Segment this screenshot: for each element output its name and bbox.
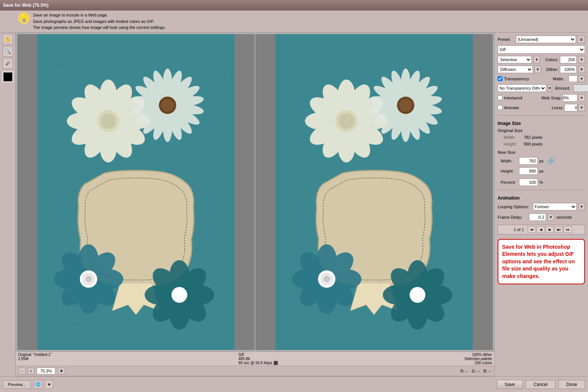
save-button[interactable]: Save — [497, 380, 523, 389]
cancel-button[interactable]: Cancel — [526, 380, 555, 389]
zoom-minus-button[interactable]: − — [19, 368, 26, 374]
info-line3: The image preview shows how image will l… — [33, 24, 166, 31]
gif-info: GIF 485.8K 89 sec @ 56.6 Kbps ⬛ — [238, 353, 278, 365]
matte-dropdown[interactable]: ▼ — [578, 75, 585, 82]
frame-delay-input[interactable] — [529, 213, 546, 221]
main-window: Save for Web (75.3%) 💡 Save an image to … — [0, 0, 588, 392]
frame-delay-dropdown[interactable]: ▼ — [548, 213, 554, 221]
amount-input[interactable] — [573, 84, 588, 92]
lossy-dropdown[interactable]: ▼ — [578, 104, 585, 111]
no-transp-dither-row: No Transparency Dither ▼ Amount: ▼ — [498, 84, 585, 92]
original-size-title: Original Size — [498, 128, 585, 133]
frame-delay-unit: seconds — [556, 215, 572, 219]
browser-icon[interactable]: 🌐 — [34, 380, 43, 389]
gif-palette: Selective palette — [465, 357, 492, 361]
web-snap-dropdown[interactable]: ▼ — [578, 94, 585, 102]
next-frame-button[interactable]: ▶| — [555, 226, 563, 233]
dither-select[interactable]: Diffusion — [498, 66, 533, 73]
looping-dropdown[interactable]: ▼ — [578, 203, 585, 210]
matte-swatch[interactable] — [568, 75, 578, 82]
palette-dropdown[interactable]: ▼ — [533, 56, 540, 63]
percent-input[interactable] — [519, 179, 538, 186]
colors-dropdown[interactable]: ▼ — [578, 56, 585, 63]
format-select[interactable]: GIF — [498, 45, 585, 54]
new-height-input[interactable] — [519, 167, 538, 175]
preset-menu-button[interactable]: ≡ — [578, 36, 585, 43]
no-transp-dither-dropdown[interactable]: ▼ — [548, 84, 552, 92]
frame-counter: 1 of 1 — [511, 227, 527, 232]
frame-delay-label: Frame Delay: — [498, 215, 528, 219]
percent-row: Percent: % — [501, 179, 585, 186]
svg-point-59 — [171, 287, 187, 303]
link-icon: 🔗 — [547, 157, 555, 165]
tools-panel: ✋ 🔍 🖊 — [0, 33, 16, 377]
hand-tool[interactable]: ✋ — [3, 34, 13, 45]
info-text: Save an image to include in a Web page. … — [33, 12, 166, 31]
matte-label: Matte: — [553, 77, 568, 81]
color-swatch[interactable] — [3, 72, 13, 82]
new-width-row: Width: px 🔗 — [501, 157, 585, 165]
palette-select[interactable]: Selective — [498, 56, 532, 63]
new-width-label: Width: — [501, 159, 518, 163]
looping-label: Looping Options: — [498, 204, 531, 209]
gif-preview-pane — [255, 34, 493, 350]
frame-delay-row: Frame Delay: ▼ seconds — [498, 213, 585, 221]
action-buttons: Save Cancel Done — [497, 380, 585, 389]
new-width-unit: px — [539, 159, 544, 163]
percent-unit: % — [539, 180, 543, 185]
animate-label: Animate — [504, 105, 519, 110]
no-transp-dither-select[interactable]: No Transparency Dither — [498, 84, 546, 92]
last-frame-button[interactable]: ⏭ — [564, 226, 572, 233]
original-preview-pane — [17, 34, 255, 350]
prev-frame-button[interactable]: ◀ — [537, 226, 545, 233]
lossy-label: Lossy: — [552, 105, 564, 110]
palette-colors-row: Selective ▼ Colors: ▼ — [498, 56, 585, 63]
interlaced-checkbox[interactable] — [498, 95, 502, 100]
orig-width-label: Width: — [504, 135, 522, 140]
browser-dropdown[interactable]: ▼ — [46, 380, 53, 389]
looping-select[interactable]: Forever — [533, 203, 577, 210]
format-row: GIF — [498, 45, 585, 54]
window-title: Save for Web (75.3%) — [3, 3, 48, 8]
playback-controls: 1 of 1 ⏮ ◀ ▶ ▶| ⏭ — [498, 225, 585, 234]
animate-checkbox[interactable] — [498, 105, 502, 110]
divider-2 — [498, 190, 585, 190]
preview-button[interactable]: Preview... — [3, 380, 31, 389]
done-button[interactable]: Done — [558, 380, 585, 389]
new-height-unit: px — [539, 169, 544, 173]
orig-height-value: 990 pixels — [524, 142, 543, 146]
web-snap-input[interactable] — [562, 94, 578, 102]
info-line1: Save an image to include in a Web page. — [33, 12, 166, 18]
play-button[interactable]: ▶ — [546, 226, 554, 233]
zoom-plus-button[interactable]: + — [28, 368, 34, 374]
original-info: Original: "Untitled-1" 2.95M — [18, 353, 52, 365]
preset-row: Preset: [Unnamed] ≡ — [498, 36, 585, 43]
lossy-input[interactable] — [564, 104, 578, 111]
orig-width-value: 782 pixels — [524, 135, 543, 140]
main-content: ✋ 🔍 🖊 — [0, 33, 588, 377]
animation-title: Animation — [498, 195, 585, 201]
gif-quality-info: 100% dither Selective palette 256 colors — [465, 353, 492, 365]
zoom-dropdown-button[interactable]: ▼ — [58, 368, 65, 374]
preview-images — [16, 33, 494, 352]
zoom-bar: − + ▼ R: -- G: -- B: -- — [16, 366, 494, 376]
svg-point-116 — [410, 287, 425, 303]
preset-label: Preset: — [498, 37, 514, 42]
dither-type-dropdown[interactable]: ▼ — [534, 66, 541, 73]
new-width-input[interactable] — [519, 157, 538, 165]
first-frame-button[interactable]: ⏮ — [528, 226, 536, 233]
zoom-input[interactable] — [37, 368, 56, 374]
eyedropper-tool[interactable]: 🖊 — [3, 58, 13, 69]
image-size-title: Image Size — [498, 121, 585, 126]
preset-select[interactable]: [Unnamed] — [516, 36, 576, 43]
gif-arrow: ⬛ — [273, 361, 278, 365]
dither-input[interactable] — [560, 66, 577, 73]
g-value: G: -- — [472, 369, 480, 373]
zoom-tool[interactable]: 🔍 — [3, 46, 13, 57]
dither-dropdown[interactable]: ▼ — [578, 66, 585, 73]
svg-point-76 — [339, 113, 354, 129]
tip-text: Save for Web in Photoshop Elements lets … — [502, 244, 575, 279]
animate-checkbox-row: Animate — [498, 105, 519, 110]
colors-input[interactable] — [560, 56, 577, 63]
transparency-checkbox[interactable] — [498, 76, 502, 81]
